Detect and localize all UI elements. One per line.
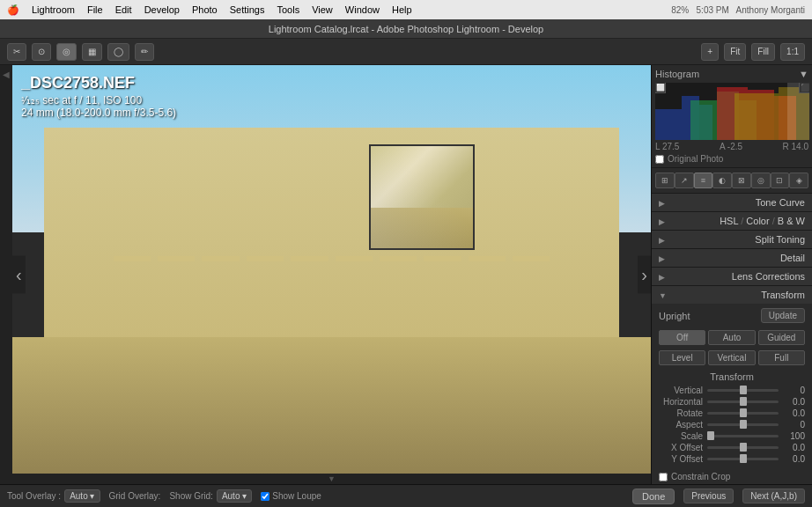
vertical-track[interactable]	[707, 389, 779, 392]
histogram-header: Histogram ▼	[655, 69, 808, 79]
constrain-crop-checkbox[interactable]	[659, 473, 668, 481]
tool-graduated[interactable]: ▦	[82, 43, 102, 61]
scale-track[interactable]	[707, 435, 779, 437]
lens-corrections-header[interactable]: ▶ Lens Corrections	[652, 268, 812, 285]
tab-color[interactable]: Color	[746, 216, 769, 226]
aspect-slider-row: Aspect 0	[659, 420, 805, 430]
menu-edit[interactable]: Edit	[115, 4, 132, 15]
hsl-arrow: ▶	[659, 217, 666, 224]
show-loupe-item: Show Loupe	[261, 491, 321, 501]
highlight-clip-indicator[interactable]: ⬛	[799, 83, 809, 93]
menu-help[interactable]: Help	[392, 4, 412, 15]
original-photo-checkbox[interactable]	[655, 155, 664, 164]
vertical-label: Vertical	[659, 386, 707, 395]
zoom-fill[interactable]: Fill	[751, 43, 775, 61]
update-button[interactable]: Update	[761, 308, 805, 323]
zoom-in[interactable]: +	[701, 43, 719, 61]
show-grid-item: Show Grid: Auto ▾	[169, 489, 252, 503]
show-grid-dropdown[interactable]: Auto ▾	[217, 489, 252, 503]
column-7	[380, 256, 417, 261]
zoom-1-1[interactable]: 1:1	[780, 43, 805, 61]
vertical-thumb[interactable]	[740, 386, 747, 394]
aspect-thumb[interactable]	[740, 420, 747, 429]
tool-brush[interactable]: ✏	[135, 43, 154, 61]
hsl-icon[interactable]: ≡	[694, 173, 713, 188]
tool-overlay-label: Tool Overlay :	[7, 491, 61, 501]
zoom-fit[interactable]: Fit	[724, 43, 746, 61]
aspect-track[interactable]	[707, 423, 779, 426]
menu-develop[interactable]: Develop	[144, 4, 180, 15]
tab-bw[interactable]: B & W	[778, 216, 805, 226]
horizontal-thumb[interactable]	[740, 397, 747, 406]
btn-full[interactable]: Full	[758, 350, 805, 365]
tool-spot[interactable]: ⊙	[32, 43, 51, 61]
basic-panel-icon[interactable]: ⊞	[655, 173, 675, 188]
rotate-thumb[interactable]	[740, 408, 747, 417]
detail-header[interactable]: ▶ Detail	[652, 249, 812, 267]
tool-radial[interactable]: ◯	[107, 43, 129, 61]
next-button[interactable]: Next (A,J,b)	[742, 489, 805, 503]
mode-guided[interactable]: Guided	[758, 330, 805, 345]
menu-settings[interactable]: Settings	[230, 4, 265, 15]
detail-arrow: ▶	[659, 254, 666, 261]
rotate-slider-row: Rotate 0.0	[659, 408, 805, 418]
split-toning-header[interactable]: ▶ Split Toning	[652, 231, 812, 248]
detail-icon[interactable]: ⊠	[732, 173, 751, 188]
menu-view[interactable]: View	[312, 4, 333, 15]
main-content: ◀ _DSC2758.NEF ¹⁄₁₂₅ sec at	[0, 65, 812, 484]
hsl-header[interactable]: ▶ HSL / Color / B & W	[652, 212, 812, 230]
split-tone-icon[interactable]: ◐	[712, 173, 732, 188]
yoffset-track[interactable]	[707, 458, 779, 460]
tone-curve-header[interactable]: ▶ Tone Curve	[652, 194, 812, 211]
yoffset-thumb[interactable]	[740, 454, 747, 463]
tab-hsl[interactable]: HSL	[720, 216, 738, 226]
filmstrip-handle[interactable]: ▼	[12, 474, 651, 484]
tool-crop[interactable]: ✂	[7, 43, 26, 61]
split-toning-title: Split Toning	[671, 234, 805, 245]
xoffset-track[interactable]	[707, 446, 779, 449]
detail-section: ▶ Detail	[652, 249, 812, 268]
mode-buttons: Off Auto Guided	[652, 327, 812, 348]
histogram-section: Histogram ▼	[652, 65, 812, 168]
btn-level[interactable]: Level	[659, 350, 705, 365]
transform-icon[interactable]: ⊡	[771, 173, 790, 188]
aspect-label: Aspect	[659, 420, 707, 430]
column-9	[469, 256, 506, 261]
photo-exposure: ¹⁄₁₂₅ sec at f / 11, ISO 100	[21, 94, 176, 107]
lens-icon[interactable]: ◎	[751, 173, 771, 188]
rotate-track[interactable]	[707, 412, 779, 415]
lens-corrections-section: ▶ Lens Corrections	[652, 268, 812, 286]
show-loupe-checkbox[interactable]	[261, 492, 269, 501]
rotate-label: Rotate	[659, 408, 707, 418]
menu-photo[interactable]: Photo	[192, 4, 218, 15]
horizontal-track[interactable]	[707, 400, 779, 403]
tone-curve-icon[interactable]: ↗	[675, 173, 694, 188]
nav-next-arrow[interactable]: ›	[638, 256, 651, 294]
menu-lightroom[interactable]: Lightroom	[32, 4, 75, 15]
histogram-expand-icon[interactable]: ▼	[799, 69, 808, 79]
columns	[114, 204, 550, 261]
effects-icon[interactable]: ◈	[789, 173, 808, 188]
left-arrow-icon[interactable]: ◀	[3, 70, 10, 79]
transform-header[interactable]: ▼ Transform	[652, 286, 812, 304]
apple-menu[interactable]: 🍎	[7, 4, 19, 16]
menu-window[interactable]: Window	[345, 4, 380, 15]
menu-tools[interactable]: Tools	[277, 4, 299, 15]
shadow-clip-indicator[interactable]: ⬜	[655, 83, 666, 93]
tool-overlay-dropdown[interactable]: Auto ▾	[64, 489, 100, 503]
nav-prev-arrow[interactable]: ‹	[12, 256, 26, 294]
left-panel-toggle[interactable]: ◀	[0, 65, 12, 484]
tool-redeye[interactable]: ◎	[56, 43, 77, 61]
xoffset-slider-row: X Offset 0.0	[659, 443, 805, 452]
yoffset-value: 0.0	[779, 454, 805, 464]
menu-file[interactable]: File	[87, 4, 103, 15]
toolbar: ✂ ⊙ ◎ ▦ ◯ ✏ + Fit Fill 1:1	[0, 39, 812, 65]
previous-button[interactable]: Previous	[683, 489, 734, 503]
done-button[interactable]: Done	[632, 489, 675, 504]
mode-off[interactable]: Off	[659, 330, 705, 345]
btn-vertical[interactable]: Vertical	[708, 350, 755, 365]
xoffset-thumb[interactable]	[740, 443, 747, 452]
yoffset-label: Y Offset	[659, 454, 707, 464]
mode-auto[interactable]: Auto	[708, 330, 755, 345]
scale-thumb[interactable]	[707, 431, 714, 440]
